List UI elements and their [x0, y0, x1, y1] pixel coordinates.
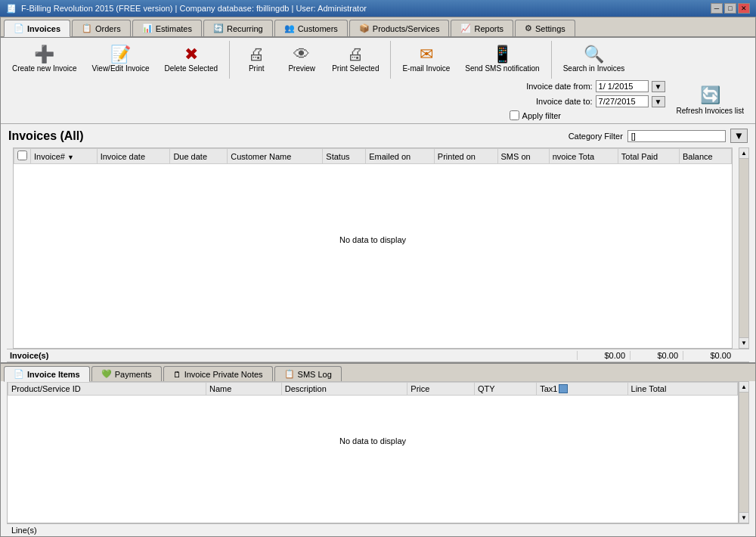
invoice-header: Invoices (All) Category Filter ▼ [1, 124, 755, 147]
header-sms-on[interactable]: SMS on [497, 149, 549, 164]
tax1-checkbox[interactable] [559, 384, 568, 393]
reports-tab-icon: 📈 [460, 23, 471, 33]
print-selected-button[interactable]: 🖨 Print Selected [325, 42, 386, 77]
date-to-picker-button[interactable]: ▼ [652, 96, 665, 107]
main-table-scrollbar[interactable]: ▲ ▼ [739, 147, 749, 349]
header-status[interactable]: Status [323, 149, 366, 164]
minimize-button[interactable]: ─ [711, 3, 723, 14]
date-to-input[interactable] [596, 95, 649, 107]
footer-totals: $0.00 $0.00 $0.00 [577, 351, 736, 360]
toolbar-separator-3 [551, 41, 552, 79]
footer-label: Invoice(s) [10, 351, 85, 360]
main-window: 📄 Invoices 📋 Orders 📊 Estimates 🔄 Recurr… [0, 17, 756, 537]
header-invoice-date[interactable]: Invoice date [97, 149, 170, 164]
bottom-section: 📄 Invoice Items 💚 Payments 🗒 Invoice Pri… [1, 362, 755, 536]
invoice-items-footer: Line(s) [7, 523, 749, 536]
header-emailed-on[interactable]: Emailed on [366, 149, 435, 164]
search-invoices-button[interactable]: 🔍 Search in Invoices [556, 42, 632, 77]
header-customer-name[interactable]: Customer Name [228, 149, 323, 164]
tab-invoices[interactable]: 📄 Invoices [4, 20, 70, 37]
tab-estimates[interactable]: 📊 Estimates [132, 20, 202, 36]
view-edit-invoice-button[interactable]: 📝 View/Edit Invoice [85, 42, 156, 77]
invoices-table-container: Invoice# ▼ Invoice date Due date Custome… [13, 147, 733, 349]
create-icon: ➕ [34, 46, 54, 63]
header-invoice-total[interactable]: nvoice Tota [549, 149, 618, 164]
invoice-list-title: Invoices (All) [8, 129, 84, 143]
invoices-table-body: No data to display [14, 164, 732, 315]
items-scroll-down-button[interactable]: ▼ [739, 512, 748, 523]
create-new-invoice-button[interactable]: ➕ Create new Invoice [5, 42, 84, 77]
tab-products[interactable]: 📦 Products/Services [349, 20, 450, 36]
preview-icon: 👁 [293, 46, 310, 63]
main-tab-bar: 📄 Invoices 📋 Orders 📊 Estimates 🔄 Recurr… [1, 17, 755, 38]
title-text: 🧾 F-Billing Revolution 2015 (FREE versio… [6, 4, 367, 14]
send-sms-button[interactable]: 📱 Send SMS notification [458, 42, 546, 77]
scroll-up-button[interactable]: ▲ [739, 148, 748, 159]
notes-icon: 🗒 [173, 370, 181, 379]
delete-selected-button[interactable]: ✖ Delete Selected [158, 42, 225, 77]
sms-log-icon: 📋 [284, 369, 295, 379]
invoice-items-table-body: No data to display [8, 396, 738, 486]
select-all-checkbox[interactable] [17, 151, 27, 160]
apply-filter-checkbox[interactable] [510, 110, 519, 120]
header-printed-on[interactable]: Printed on [434, 149, 497, 164]
email-invoice-button[interactable]: ✉ E-mail Invoice [395, 42, 457, 77]
no-data-cell: No data to display [14, 164, 732, 315]
header-qty: QTY [474, 383, 536, 396]
items-scroll-track [739, 393, 748, 512]
refresh-invoices-button[interactable]: 🔄 Refresh Invoices list [670, 82, 751, 119]
close-button[interactable]: ✕ [738, 3, 750, 14]
maximize-button[interactable]: □ [724, 3, 736, 14]
header-line-total: Line Total [627, 383, 737, 396]
invoice-items-table-container: Product/Service ID Name Description Pric… [7, 381, 739, 523]
category-filter-dropdown-button[interactable]: ▼ [730, 129, 748, 143]
tab-invoice-items[interactable]: 📄 Invoice Items [4, 366, 90, 382]
date-from-picker-button[interactable]: ▼ [652, 81, 665, 92]
customers-tab-icon: 👥 [284, 23, 295, 33]
items-table-scrollbar[interactable]: ▲ ▼ [739, 381, 749, 523]
settings-tab-icon: ⚙ [525, 23, 532, 33]
items-scroll-up-button[interactable]: ▲ [739, 382, 748, 393]
toolbar: ➕ Create new Invoice 📝 View/Edit Invoice… [1, 38, 755, 124]
app-icon: 🧾 [6, 4, 17, 14]
preview-button[interactable]: 👁 Preview [280, 42, 324, 77]
tab-orders[interactable]: 📋 Orders [72, 20, 131, 36]
content-area: Invoices (All) Category Filter ▼ Invoice… [1, 124, 755, 536]
tab-invoice-private-notes[interactable]: 🗒 Invoice Private Notes [163, 366, 273, 381]
title-bar: 🧾 F-Billing Revolution 2015 (FREE versio… [0, 0, 756, 17]
tab-settings[interactable]: ⚙ Settings [515, 20, 575, 36]
date-from-row: Invoice date from: ▼ [510, 80, 665, 92]
date-filter-panel: Invoice date from: ▼ Invoice date to: ▼ … [510, 80, 668, 120]
header-total-paid[interactable]: Total Paid [618, 149, 679, 164]
apply-filter-row: Apply filter [510, 110, 665, 120]
search-icon: 🔍 [584, 46, 604, 63]
print-selected-icon: 🖨 [347, 46, 364, 63]
header-balance[interactable]: Balance [679, 149, 731, 164]
tab-recurring[interactable]: 🔄 Recurring [203, 20, 273, 36]
header-due-date[interactable]: Due date [170, 149, 228, 164]
edit-icon: 📝 [110, 46, 131, 63]
header-description: Description [281, 383, 407, 396]
tab-sms-log[interactable]: 📋 SMS Log [274, 366, 342, 381]
header-invoice-num[interactable]: Invoice# ▼ [31, 149, 98, 164]
print-button[interactable]: 🖨 Print [234, 42, 278, 77]
recurring-tab-icon: 🔄 [213, 23, 224, 33]
window-controls[interactable]: ─ □ ✕ [711, 3, 750, 14]
tab-customers[interactable]: 👥 Customers [274, 20, 348, 36]
toolbar-separator-2 [390, 41, 391, 79]
scroll-track [739, 159, 748, 337]
tab-payments[interactable]: 💚 Payments [91, 366, 162, 381]
refresh-icon: 🔄 [700, 85, 720, 105]
header-price: Price [407, 383, 475, 396]
footer-total-paid: $0.00 [630, 351, 683, 360]
header-tax1: Tax1 [537, 383, 627, 396]
header-checkbox [14, 149, 31, 164]
date-from-input[interactable] [596, 80, 649, 92]
category-filter-input[interactable] [627, 130, 726, 142]
bottom-tab-bar: 📄 Invoice Items 💚 Payments 🗒 Invoice Pri… [1, 362, 755, 381]
scroll-down-button[interactable]: ▼ [739, 337, 748, 348]
date-to-row: Invoice date to: ▼ [510, 95, 665, 107]
items-no-data-text: No data to display [339, 436, 406, 445]
no-data-text: No data to display [339, 235, 406, 244]
tab-reports[interactable]: 📈 Reports [451, 20, 513, 36]
